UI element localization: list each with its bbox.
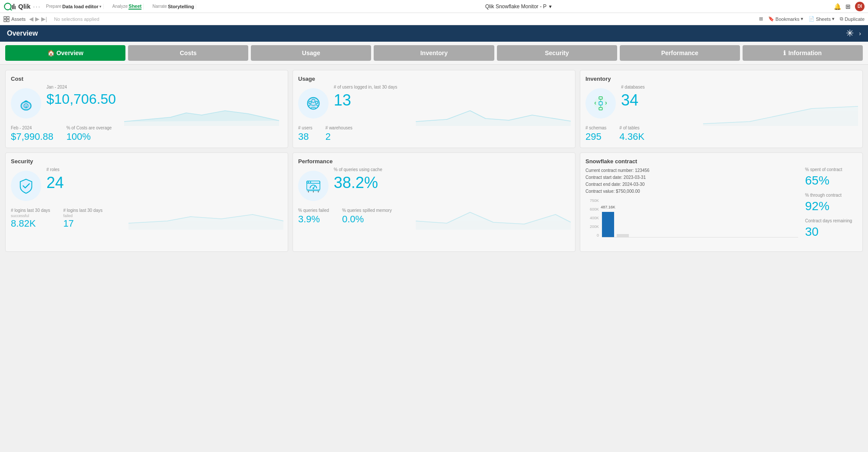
logins-failed-sub: failed: [63, 214, 103, 218]
info-icon: ℹ: [783, 49, 786, 56]
snowflake-contract-card: Snowflake contract Current contract numb…: [580, 152, 863, 252]
overview-title: Overview: [7, 30, 38, 37]
contract-left: Current contract number: 123456 Contract…: [585, 167, 798, 246]
svg-rect-2: [12, 5, 13, 9]
spilled-col: % queries spilled memory 0.0%: [342, 208, 392, 225]
inventory-sparkline: [703, 102, 858, 126]
logins-failed-value: 17: [63, 218, 103, 229]
warehouses-label: # warehouses: [326, 125, 352, 130]
users-label: # users: [298, 125, 312, 130]
second-bar: Assets ◀ ▶ ▶| No selections applied ⊞ 🔖 …: [0, 13, 868, 25]
center-title: Qlik Snowflake Monitor - P: [485, 3, 546, 10]
network-svg: [592, 95, 609, 112]
bar-1: 487.16K: [602, 212, 614, 237]
start-label: Contract start date:: [585, 175, 622, 180]
performance-icon: [298, 171, 329, 201]
layout-icon[interactable]: ⊞: [759, 16, 763, 22]
qlik-logo: Qlik ···: [3, 3, 41, 10]
databases-label: # databases: [621, 85, 857, 89]
warehouses-value: 2: [326, 131, 352, 142]
schemas-label: # schemas: [585, 125, 606, 130]
logins-success-col: # logins last 30 days successful 8.82K: [11, 208, 50, 229]
svg-point-18: [594, 97, 607, 110]
tab-information[interactable]: ℹ Information: [743, 45, 863, 61]
duplicate-btn[interactable]: ⧉ Duplicate: [840, 16, 865, 22]
spent-label: % spent of contract: [805, 167, 857, 172]
top-bar-dots[interactable]: ···: [33, 3, 41, 10]
tab-security[interactable]: Security: [497, 45, 617, 61]
analyze-section[interactable]: Analyze Sheet: [111, 3, 144, 10]
grid-icon[interactable]: ⊞: [845, 3, 851, 10]
narrate-section[interactable]: Narrate Storytelling: [151, 4, 196, 9]
money-bag-svg: $: [18, 95, 34, 112]
bell-icon[interactable]: 🔔: [834, 3, 841, 10]
contract-right: % spent of contract 65% % through contra…: [805, 167, 857, 246]
logins-success-label: # logins last 30 days: [11, 208, 50, 213]
bookmarks-btn[interactable]: 🔖 Bookmarks ▾: [768, 16, 803, 22]
tab-costs[interactable]: Costs: [128, 45, 248, 61]
svg-rect-7: [4, 20, 6, 22]
logins-success-value: 8.82K: [11, 218, 50, 229]
dashboard-svg: [305, 178, 322, 194]
contract-number-label: Current contract number:: [585, 168, 634, 173]
qlik-wordmark: Qlik: [18, 3, 30, 10]
usage-sparkline: [416, 102, 571, 126]
users-svg: [305, 95, 322, 112]
spilled-value: 0.0%: [342, 214, 392, 225]
bars: 487.16K: [602, 198, 798, 238]
failed-value: 3.9%: [298, 214, 329, 225]
security-main: # roles 24: [46, 167, 283, 194]
schemas-value: 295: [585, 131, 606, 142]
assets-icon: [3, 16, 10, 22]
usage-title: Usage: [298, 76, 570, 82]
svg-rect-6: [7, 16, 9, 19]
inventory-icon: [585, 88, 616, 119]
analyze-label: Analyze: [112, 4, 128, 9]
value-value: $750,000.00: [616, 189, 640, 194]
overage-col: % of Costs are overage 100%: [66, 125, 112, 142]
toolbar-icons: ◀ ▶ ▶|: [29, 16, 47, 22]
users-value: 38: [298, 131, 312, 142]
failed-label: % queries failed: [298, 208, 329, 213]
main-content: Cost $ Jan - 2024 $10,706.50: [0, 65, 868, 257]
y-600k: 600K: [590, 207, 599, 211]
tables-col: # of tables 4.36K: [619, 125, 644, 142]
tab-usage[interactable]: Usage: [251, 45, 371, 61]
sheets-btn[interactable]: 📄 Sheets ▾: [809, 16, 835, 22]
svg-point-27: [310, 181, 311, 183]
overview-icons: ✳ ›: [846, 28, 861, 39]
tables-label: # of tables: [619, 125, 644, 130]
svg-point-26: [308, 181, 309, 183]
avatar[interactable]: DI: [855, 2, 865, 11]
performance-top: % of queries using cache 38.2%: [298, 167, 570, 205]
expand-icon[interactable]: ›: [859, 30, 861, 37]
days-value: 30: [805, 225, 857, 239]
y-750k: 750K: [590, 198, 599, 203]
days-section: Contract days remaining 30: [805, 218, 857, 241]
y-200k: 200K: [590, 224, 599, 229]
assets-item[interactable]: Assets: [3, 16, 26, 22]
topbar-right: 🔔 ⊞ DI: [834, 2, 865, 11]
warehouses-col: # warehouses 2: [326, 125, 352, 142]
prepare-label: Prepare: [46, 4, 62, 9]
tab-overview[interactable]: 🏠 Overview: [5, 45, 125, 61]
no-selections: No selections applied: [54, 16, 99, 22]
prepare-section[interactable]: Prepare Data load editor ▾: [44, 4, 104, 9]
nav-end[interactable]: ▶|: [41, 16, 47, 22]
center-arrow[interactable]: ▾: [549, 3, 552, 10]
tab-performance[interactable]: Performance: [620, 45, 740, 61]
security-title: Security: [11, 158, 283, 165]
inventory-bottom: # schemas 295 # of tables 4.36K: [585, 125, 857, 142]
svg-rect-5: [4, 16, 6, 19]
cost-bottom: Feb - 2024 $7,990.88 % of Costs are over…: [11, 125, 283, 142]
nav-forward[interactable]: ▶: [35, 16, 39, 22]
performance-sparkline: [416, 206, 571, 230]
logins-success-sub: successful: [11, 214, 50, 218]
feb-label: Feb - 2024: [11, 125, 53, 130]
roles-label: # roles: [46, 167, 283, 172]
svg-rect-4: [15, 6, 16, 9]
contract-title: Snowflake contract: [585, 158, 857, 165]
tab-inventory[interactable]: Inventory: [374, 45, 494, 61]
nav-back[interactable]: ◀: [29, 16, 33, 22]
value-label: Contract value:: [585, 189, 615, 194]
